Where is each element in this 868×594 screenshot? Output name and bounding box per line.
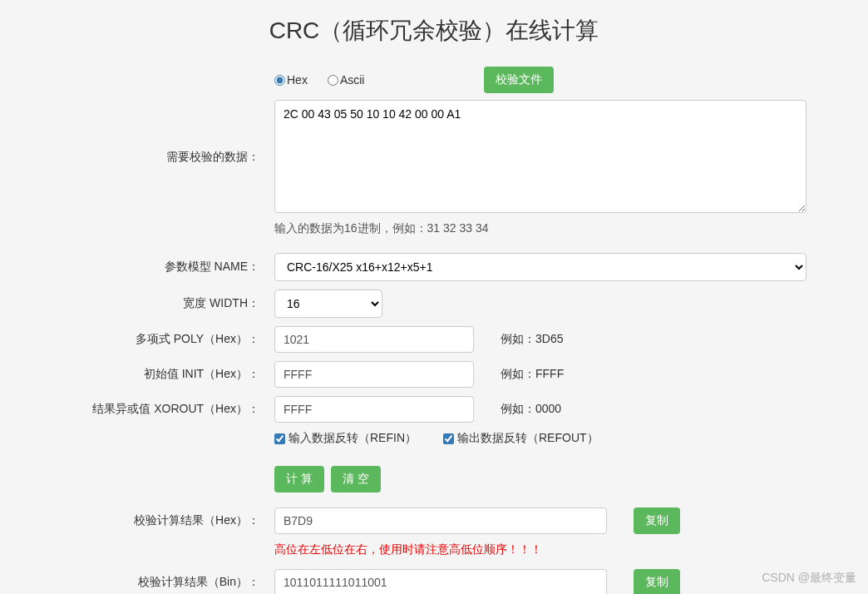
refin-checkbox[interactable]	[274, 433, 285, 444]
input-mode-row: Hex Ascii 校验文件	[33, 67, 848, 93]
refout-text: 输出数据反转（REFOUT）	[457, 431, 599, 446]
model-select[interactable]: CRC-16/X25 x16+x12+x5+1	[274, 253, 806, 281]
init-input[interactable]	[274, 361, 474, 388]
ascii-radio[interactable]	[328, 75, 338, 86]
refin-text: 输入数据反转（REFIN）	[289, 431, 417, 446]
xorout-example: 例如：0000	[501, 402, 561, 417]
hex-radio-text: Hex	[287, 73, 308, 87]
refin-checkbox-label[interactable]: 输入数据反转（REFIN）	[274, 431, 417, 446]
ascii-radio-label[interactable]: Ascii	[328, 73, 365, 87]
result-bin-label: 校验计算结果（Bin）：	[33, 575, 274, 590]
copy-hex-button[interactable]: 复制	[634, 507, 680, 534]
refout-checkbox[interactable]	[443, 433, 454, 444]
result-hex-hint: 高位在左低位在右，使用时请注意高低位顺序！！！	[33, 542, 848, 557]
refout-checkbox-label[interactable]: 输出数据反转（REFOUT）	[443, 431, 599, 446]
init-example: 例如：FFFF	[501, 367, 564, 382]
copy-bin-button[interactable]: 复制	[634, 569, 680, 594]
poly-input[interactable]	[274, 326, 474, 353]
action-buttons: 计 算 清 空	[33, 466, 848, 493]
reflect-row: 输入数据反转（REFIN） 输出数据反转（REFOUT）	[33, 431, 848, 446]
xorout-label: 结果异或值 XOROUT（Hex）：	[33, 402, 274, 417]
result-hex-label: 校验计算结果（Hex）：	[33, 513, 274, 528]
model-label: 参数模型 NAME：	[33, 260, 274, 275]
verify-file-button[interactable]: 校验文件	[484, 67, 554, 93]
init-label: 初始值 INIT（Hex）：	[33, 367, 274, 382]
width-select[interactable]: 16	[274, 290, 382, 318]
clear-button[interactable]: 清 空	[331, 466, 381, 493]
hex-radio-label[interactable]: Hex	[274, 73, 308, 87]
data-input-hint: 输入的数据为16进制，例如：31 32 33 34	[33, 221, 848, 236]
ascii-radio-text: Ascii	[340, 73, 365, 87]
poly-example: 例如：3D65	[501, 332, 563, 347]
calculate-button[interactable]: 计 算	[274, 466, 324, 493]
page-title: CRC（循环冗余校验）在线计算	[0, 0, 868, 67]
data-input[interactable]: 2C 00 43 05 50 10 10 42 00 00 A1	[274, 100, 806, 213]
result-hex-input[interactable]	[274, 507, 607, 534]
poly-label: 多项式 POLY（Hex）：	[33, 332, 274, 347]
hex-radio[interactable]	[274, 75, 285, 86]
data-input-label: 需要校验的数据：	[33, 100, 274, 165]
width-label: 宽度 WIDTH：	[33, 296, 274, 311]
crc-form: Hex Ascii 校验文件 需要校验的数据： 2C 00 43 05 50 1…	[33, 67, 848, 594]
result-bin-input[interactable]	[274, 569, 607, 594]
xorout-input[interactable]	[274, 396, 474, 423]
watermark: CSDN @最终变量	[762, 571, 856, 586]
